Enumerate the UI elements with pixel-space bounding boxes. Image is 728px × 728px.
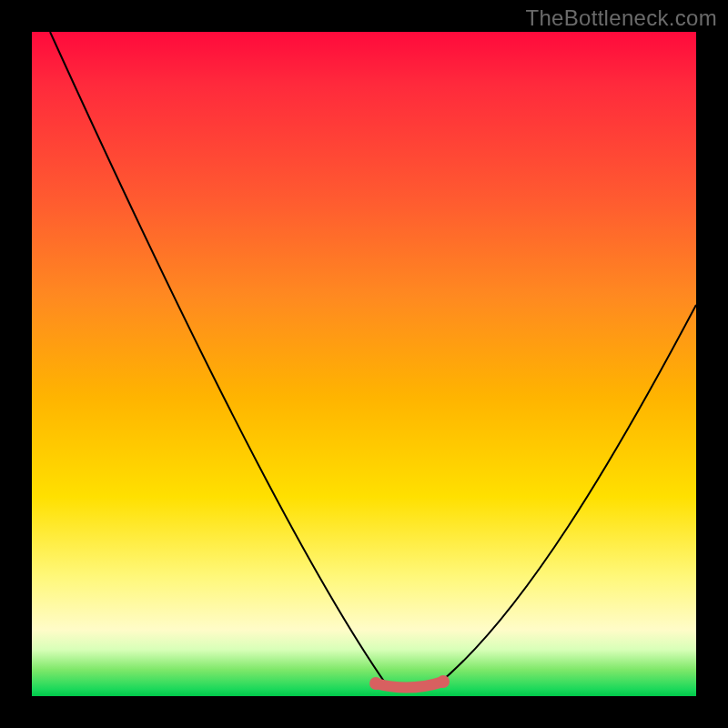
valley-dot-right — [437, 675, 450, 688]
watermark-text: TheBottleneck.com — [525, 5, 717, 31]
chart-frame: TheBottleneck.com — [0, 0, 728, 728]
valley-dot-left — [369, 677, 382, 690]
valley-highlight — [376, 682, 443, 688]
bottleneck-curve-svg — [32, 32, 696, 696]
bottleneck-curve — [50, 32, 696, 690]
plot-area — [32, 32, 696, 696]
